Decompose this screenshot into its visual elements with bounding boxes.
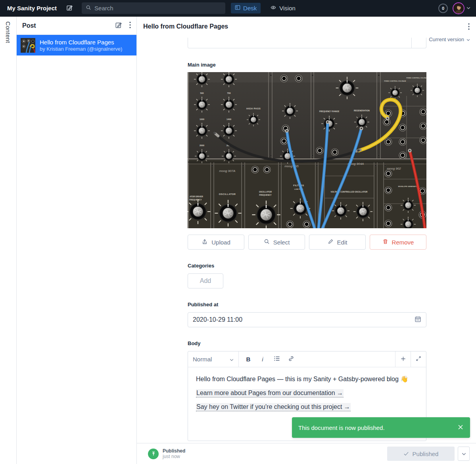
- expand-icon: [416, 356, 421, 363]
- main-image-label: Main image: [188, 62, 426, 69]
- chevron-down-icon[interactable]: [466, 7, 470, 10]
- post-item-title: Hello from Cloudflare Pages: [40, 38, 122, 46]
- upload-button[interactable]: Upload: [188, 235, 244, 250]
- svg-text:FREQUENCY: FREQUENCY: [259, 194, 272, 196]
- bullet-list-button[interactable]: [271, 351, 283, 367]
- nav-right: 0: [438, 2, 470, 14]
- pane-title: Post: [22, 22, 36, 29]
- document-form: Main image: [188, 38, 426, 441]
- project-title: My Sanity Project: [7, 5, 57, 11]
- search-input[interactable]: [94, 5, 221, 11]
- chevron-down-icon: [230, 356, 234, 363]
- publish-time: just now: [163, 454, 185, 459]
- publish-menu-button[interactable]: [458, 447, 470, 461]
- close-icon: [457, 424, 464, 432]
- svg-text:moog 907A: moog 907A: [219, 169, 236, 173]
- svg-text:REGENERATION: REGENERATION: [354, 109, 370, 112]
- format-buttons: B i: [239, 351, 298, 367]
- pane-menu-button[interactable]: [129, 21, 131, 30]
- svg-text:ENVELOPE GENERATOR: ENVELOPE GENERATOR: [398, 185, 418, 187]
- upload-icon: [202, 239, 208, 246]
- document-menu-button[interactable]: [468, 23, 470, 31]
- svg-text:ATOR DRIVER: ATOR DRIVER: [190, 195, 203, 198]
- svg-text:OSCILLATOR: OSCILLATOR: [259, 191, 272, 193]
- fullscreen-button[interactable]: [411, 351, 426, 367]
- svg-text:700: 700: [227, 92, 230, 94]
- version-selector[interactable]: Current version: [429, 36, 470, 42]
- eye-icon: [270, 5, 276, 11]
- bold-button[interactable]: B: [242, 351, 255, 367]
- link-icon: [288, 355, 294, 363]
- calendar-icon[interactable]: [415, 316, 421, 324]
- new-document-button[interactable]: [115, 21, 122, 30]
- bullet-list-icon: [274, 356, 280, 363]
- published-at-label: Published at: [188, 302, 426, 308]
- svg-text:FREQUENCY: FREQUENCY: [189, 199, 202, 201]
- rail-label: Content: [5, 21, 12, 43]
- body-label: Body: [188, 340, 426, 347]
- content-rail[interactable]: Content: [0, 17, 17, 464]
- svg-text:VOLTAGE CONTROLLED OSCILLATOR: VOLTAGE CONTROLLED OSCILLATOR: [331, 191, 368, 193]
- kebab-icon: [129, 21, 131, 30]
- published-at-input-wrap: [188, 312, 426, 327]
- footer-actions: Published: [387, 447, 470, 461]
- toast-message: This document is now published.: [298, 424, 385, 431]
- body-paragraph: Hello from Cloudflare Pages — this is my…: [196, 375, 418, 383]
- style-select[interactable]: Normal: [188, 351, 239, 367]
- document-pane: Hello from Cloudflare Pages Current vers…: [137, 17, 476, 464]
- insert-block-button[interactable]: [395, 351, 411, 367]
- remove-button[interactable]: Remove: [370, 235, 426, 250]
- publish-status: Published: [163, 448, 185, 454]
- publish-status-texts: Published just now: [163, 448, 185, 459]
- chevron-down-icon: [462, 451, 466, 457]
- compose-icon: [115, 21, 122, 30]
- svg-text:500: 500: [200, 92, 203, 94]
- check-icon: [403, 451, 409, 457]
- svg-text:1000: 1000: [200, 118, 204, 120]
- svg-text:1400: 1400: [226, 118, 231, 120]
- tab-vision[interactable]: Vision: [266, 3, 299, 13]
- post-thumbnail: [21, 38, 35, 53]
- main-layout: Content Post: [0, 17, 476, 464]
- search-icon: [86, 5, 91, 12]
- link-button[interactable]: [285, 351, 298, 367]
- published-status-icon: [148, 449, 159, 459]
- pane-header: Post: [17, 17, 136, 35]
- avatar[interactable]: [453, 2, 464, 14]
- svg-text:HIGH PASS: HIGH PASS: [246, 107, 261, 110]
- image-button-row: Upload Select Edit: [188, 235, 426, 250]
- notifications-badge[interactable]: 0: [438, 4, 448, 13]
- published-at-input[interactable]: [193, 316, 415, 323]
- select-button[interactable]: Select: [248, 235, 305, 250]
- edit-button[interactable]: Edit: [309, 235, 366, 250]
- desk-icon: [235, 5, 240, 11]
- main-image-photo: 500 700 1000 1400 2000 2800 HIGH PASS FR…: [188, 72, 426, 228]
- body-link-twitter[interactable]: Say hey on Twitter if you're checking ou…: [196, 403, 351, 411]
- svg-text:FIXED CONTROL VOLTAGE: FIXED CONTROL VOLTAGE: [407, 77, 426, 79]
- editor-content[interactable]: Hello from Cloudflare Pages — this is my…: [188, 367, 426, 418]
- publish-toast: This document is now published.: [292, 417, 470, 438]
- search-input-wrap: [82, 2, 225, 14]
- chevron-down-icon: [466, 36, 470, 42]
- document-title: Hello from Cloudflare Pages: [143, 23, 228, 30]
- categories-label: Categories: [188, 263, 426, 269]
- tab-desk[interactable]: Desk: [231, 3, 261, 13]
- top-navbar: My Sanity Project Desk Vision: [0, 0, 476, 17]
- svg-text:FREQUENCY RANGE: FREQUENCY RANGE: [319, 110, 340, 113]
- add-category-button[interactable]: Add: [188, 273, 223, 288]
- compose-button[interactable]: [66, 4, 73, 12]
- editor-toolbar: Normal B i: [188, 351, 426, 367]
- italic-button[interactable]: i: [256, 351, 269, 367]
- search-icon: [264, 239, 270, 246]
- body-link-docs[interactable]: Learn more about Pages from our document…: [196, 389, 344, 397]
- plus-icon: [400, 356, 406, 363]
- pencil-icon: [328, 239, 334, 246]
- kebab-icon: [468, 23, 470, 31]
- toast-close-button[interactable]: [457, 424, 464, 432]
- publish-button[interactable]: Published: [387, 447, 455, 461]
- list-item-post[interactable]: Hello from Cloudflare Pages by Kristian …: [17, 35, 136, 55]
- post-item-texts: Hello from Cloudflare Pages by Kristian …: [40, 38, 122, 52]
- slug-field-partial[interactable]: [188, 38, 426, 48]
- document-header: Hello from Cloudflare Pages: [137, 17, 476, 31]
- svg-text:moog 995: moog 995: [284, 164, 299, 168]
